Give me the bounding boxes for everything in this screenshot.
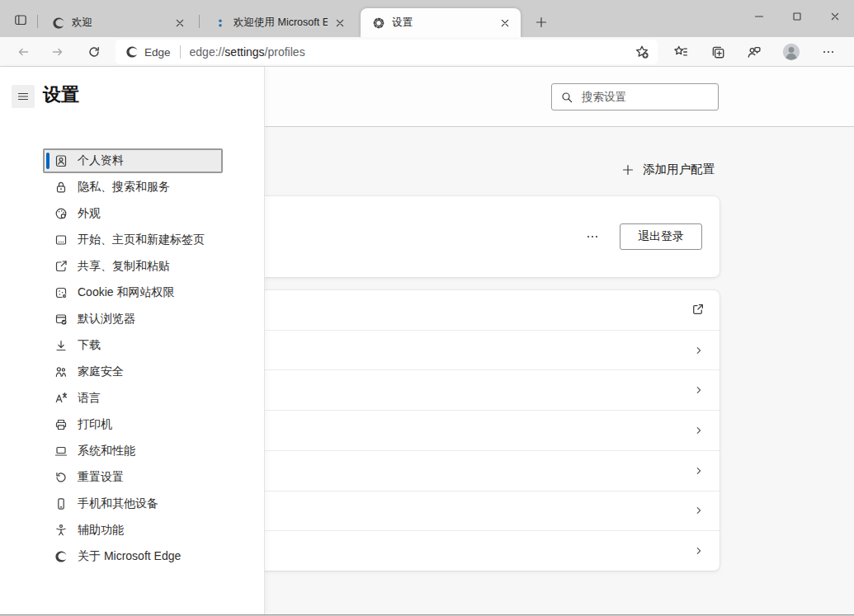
url-scheme: edge:// xyxy=(190,45,225,59)
person-chat-icon xyxy=(747,45,762,59)
site-chip[interactable]: Edge xyxy=(125,45,171,59)
family-icon xyxy=(54,365,68,379)
minimize-button[interactable] xyxy=(740,0,778,33)
sidebar-item-languages[interactable]: 语言 xyxy=(43,386,223,411)
sidebar-item-system-performance[interactable]: 系统和性能 xyxy=(43,439,223,463)
profile-signin-card: 退出登录 xyxy=(257,196,720,277)
plus-icon xyxy=(621,163,635,176)
profile-option-row[interactable] xyxy=(257,290,720,331)
sidebar-item-privacy[interactable]: 隐私、搜索和服务 xyxy=(43,175,223,200)
tab-welcome[interactable]: 欢迎 xyxy=(40,8,196,37)
site-chip-label: Edge xyxy=(144,46,171,59)
tab-close-icon[interactable] xyxy=(333,16,347,31)
tab-close-icon[interactable] xyxy=(172,16,187,31)
maximize-button[interactable] xyxy=(778,0,816,33)
edge-logo-icon xyxy=(52,16,65,30)
workspaces-icon[interactable] xyxy=(10,10,31,30)
sidebar-item-about[interactable]: 关于 Microsoft Edge xyxy=(43,544,223,569)
profile-options-card xyxy=(257,290,720,571)
url-text[interactable]: edge://settings/profiles xyxy=(190,45,635,59)
sidebar-item-appearance[interactable]: 外观 xyxy=(43,201,223,226)
sidebar-item-label: 下载 xyxy=(78,338,101,353)
back-button[interactable] xyxy=(10,40,36,64)
sidebar-item-default-browser[interactable]: 默认浏览器 xyxy=(43,307,223,332)
sidebar-item-accessibility[interactable]: 辅助功能 xyxy=(43,518,223,543)
sidebar-item-profiles[interactable]: 个人资料 xyxy=(43,148,223,173)
profile-option-row[interactable] xyxy=(257,411,720,451)
chevron-right-icon xyxy=(693,384,705,396)
language-icon xyxy=(54,392,68,405)
palette-icon xyxy=(54,207,68,220)
sidebar-item-start-home-newtab[interactable]: 开始、主页和新建标签页 xyxy=(43,228,223,252)
refresh-button[interactable] xyxy=(81,40,107,64)
profile-option-row[interactable] xyxy=(257,451,720,491)
page-title: 设置 xyxy=(43,82,79,107)
gear-icon xyxy=(372,16,385,30)
sidebar-item-share-copy-paste[interactable]: 共享、复制和粘贴 xyxy=(43,254,223,279)
settings-menu-button[interactable] xyxy=(814,40,842,64)
sign-out-button[interactable]: 退出登录 xyxy=(620,223,702,250)
search-placeholder: 搜索设置 xyxy=(582,90,626,105)
forward-button[interactable] xyxy=(45,40,71,64)
tab-title: 设置 xyxy=(392,16,493,30)
sidebar-item-phone-devices[interactable]: 手机和其他设备 xyxy=(43,491,223,516)
feedback-button[interactable] xyxy=(740,40,768,64)
tab-title: 欢迎使用 Microsoft Edg xyxy=(234,16,328,30)
sidebar-item-label: 系统和性能 xyxy=(78,444,135,458)
cookie-icon xyxy=(54,286,68,299)
plus-icon xyxy=(535,16,548,29)
tab-welcome-edge[interactable]: 欢迎使用 Microsoft Edg xyxy=(202,8,356,37)
sidebar-item-printers[interactable]: 打印机 xyxy=(43,412,223,437)
window-bottom-edge xyxy=(0,614,854,615)
profile-option-row[interactable] xyxy=(257,370,720,411)
sidebar-item-label: 辅助功能 xyxy=(78,523,124,538)
favorites-icon xyxy=(673,45,688,59)
sidebar-item-cookies-permissions[interactable]: Cookie 和网站权限 xyxy=(43,280,223,305)
collections-button[interactable] xyxy=(704,40,732,64)
profile-option-row[interactable] xyxy=(257,331,720,371)
forward-icon xyxy=(51,45,64,59)
profile-option-row[interactable] xyxy=(257,491,720,532)
sidebar-item-family-safety[interactable]: 家庭安全 xyxy=(43,360,223,384)
tab-bar: 欢迎 欢迎使用 Microsoft Edg 设置 xyxy=(0,0,854,37)
more-options-button[interactable] xyxy=(580,225,605,248)
chevron-right-icon xyxy=(693,345,705,356)
edge-logo-icon xyxy=(125,45,139,59)
sidebar-item-label: 家庭安全 xyxy=(78,364,124,379)
ellipsis-icon xyxy=(822,45,835,59)
chevron-right-icon xyxy=(693,465,705,477)
edge-logo-icon xyxy=(54,550,68,563)
loading-favicon-icon xyxy=(214,16,227,30)
chevron-right-icon xyxy=(693,505,705,516)
printer-icon xyxy=(54,418,68,431)
sidebar-item-label: 共享、复制和粘贴 xyxy=(78,259,170,274)
share-icon xyxy=(54,260,68,273)
browser-window: 欢迎 欢迎使用 Microsoft Edg 设置 Edge xyxy=(0,0,854,616)
new-tab-button[interactable] xyxy=(530,12,553,33)
lock-icon xyxy=(54,181,68,194)
tab-title: 欢迎 xyxy=(72,16,167,30)
sidebar-item-downloads[interactable]: 下载 xyxy=(43,333,223,358)
menu-button[interactable] xyxy=(12,85,35,108)
profile-button[interactable] xyxy=(777,40,805,64)
start-page-icon xyxy=(54,233,68,247)
tab-settings-active[interactable]: 设置 xyxy=(361,8,521,37)
hamburger-icon xyxy=(17,90,30,103)
url-path: /profiles xyxy=(265,45,305,59)
address-bar[interactable]: Edge edge://settings/profiles xyxy=(116,40,658,64)
sidebar-item-label: 打印机 xyxy=(78,417,112,432)
favorites-button[interactable] xyxy=(667,40,695,64)
add-profile-label: 添加用户配置 xyxy=(643,162,715,177)
accessibility-icon xyxy=(54,524,68,537)
sidebar-item-reset-settings[interactable]: 重置设置 xyxy=(43,465,223,490)
profile-option-row[interactable] xyxy=(257,531,720,571)
sidebar-item-label: 外观 xyxy=(78,206,101,221)
add-profile-button[interactable]: 添加用户配置 xyxy=(621,162,715,177)
back-icon xyxy=(17,45,30,59)
tab-close-icon[interactable] xyxy=(498,16,512,31)
default-browser-icon xyxy=(54,313,68,326)
search-settings-input[interactable]: 搜索设置 xyxy=(551,83,719,111)
close-window-button[interactable] xyxy=(816,0,854,33)
add-favorite-icon[interactable] xyxy=(635,45,649,59)
minimize-icon xyxy=(753,10,766,23)
